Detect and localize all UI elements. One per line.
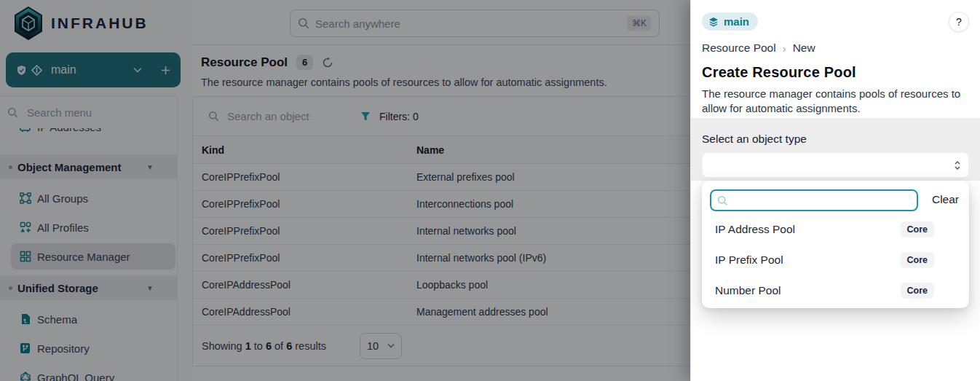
select-carets-icon: [954, 160, 961, 170]
chevron-right-icon: ›: [783, 42, 786, 55]
breadcrumb-parent[interactable]: Resource Pool: [702, 42, 776, 55]
drawer-description: The resource manager contains pools of r…: [702, 87, 964, 116]
app-screen: INFRAHUB main: [0, 0, 980, 381]
option-label: IP Prefix Pool: [715, 254, 783, 267]
modal-overlay[interactable]: [0, 0, 690, 381]
object-type-form: Select an object type: [691, 118, 980, 181]
dropdown-search-input[interactable]: [733, 195, 911, 207]
option-label: Number Pool: [715, 284, 781, 297]
question-mark-icon: ?: [956, 16, 962, 28]
branch-badge[interactable]: main: [702, 12, 758, 31]
object-type-label: Select an object type: [702, 133, 969, 146]
help-button[interactable]: ?: [949, 12, 969, 32]
option-label: IP Address Pool: [715, 223, 795, 236]
clear-button[interactable]: Clear: [932, 193, 959, 206]
search-icon: [717, 195, 728, 206]
namespace-badge: Core: [901, 221, 934, 237]
dropdown-options: IP Address Pool Core IP Prefix Pool Core…: [702, 214, 969, 306]
breadcrumb: Resource Pool › New: [702, 42, 969, 55]
drawer-title: Create Resource Pool: [702, 64, 969, 81]
layers-icon: [708, 17, 719, 27]
option-ip-address-pool[interactable]: IP Address Pool Core: [702, 214, 969, 245]
breadcrumb-current: New: [793, 42, 815, 55]
object-type-dropdown: Clear IP Address Pool Core IP Prefix Poo…: [702, 181, 969, 308]
object-type-select[interactable]: [702, 152, 969, 178]
namespace-badge: Core: [901, 283, 934, 299]
namespace-badge: Core: [901, 252, 934, 268]
create-resource-pool-drawer: main ? Resource Pool › New Create Resour…: [690, 0, 980, 381]
option-ip-prefix-pool[interactable]: IP Prefix Pool Core: [702, 245, 969, 275]
branch-badge-label: main: [724, 15, 749, 28]
dropdown-search[interactable]: [710, 189, 918, 211]
option-number-pool[interactable]: Number Pool Core: [702, 275, 969, 306]
